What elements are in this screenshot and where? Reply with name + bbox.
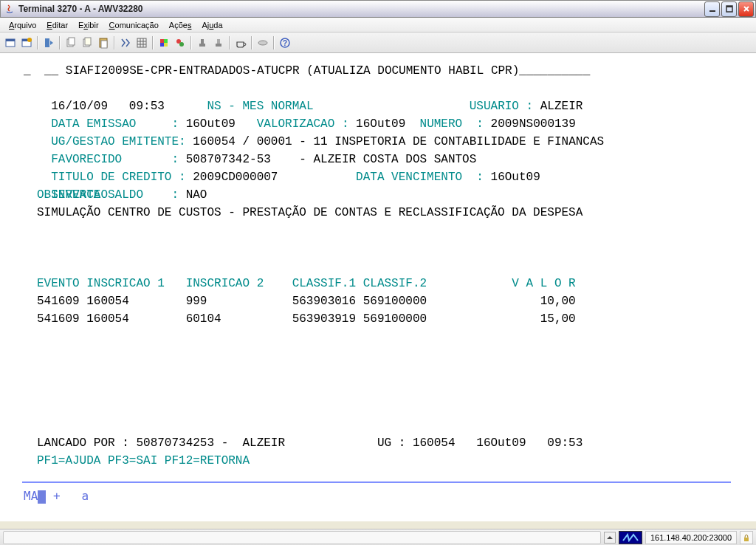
svg-rect-29 bbox=[217, 39, 220, 44]
svg-rect-23 bbox=[164, 43, 168, 47]
svg-rect-27 bbox=[201, 39, 204, 44]
svg-rect-21 bbox=[164, 39, 168, 43]
paste-icon[interactable] bbox=[96, 35, 111, 50]
svg-text:?: ? bbox=[283, 39, 287, 47]
java-icon bbox=[4, 3, 16, 15]
toolbar-btn-7[interactable] bbox=[118, 35, 133, 50]
svg-rect-0 bbox=[709, 10, 715, 12]
close-button[interactable] bbox=[738, 1, 754, 17]
menu-exibir[interactable]: Exibir bbox=[74, 19, 103, 31]
divider-line bbox=[22, 481, 731, 483]
copy-icon[interactable] bbox=[63, 35, 78, 50]
color1-icon[interactable] bbox=[157, 35, 171, 50]
svg-point-7 bbox=[27, 38, 32, 42]
svg-rect-28 bbox=[216, 44, 221, 47]
status-spacer bbox=[3, 531, 601, 544]
observacao-value: SIMULAÇÃO CENTRO DE CUSTOS - PRESTAÇÃO D… bbox=[37, 204, 749, 222]
menu-ajuda[interactable]: Ajuda bbox=[197, 19, 227, 31]
connection-address: 161.148.40.200:23000 bbox=[645, 531, 737, 544]
lancado-line: LANCADO POR : 50870734253 - ALZEIR UG : … bbox=[37, 434, 749, 452]
copy2-icon[interactable] bbox=[80, 35, 94, 50]
status-arrow-icon[interactable] bbox=[604, 532, 616, 544]
svg-point-30 bbox=[258, 41, 267, 45]
table-header: EVENTO INSCRICAO 1 INSCRICAO 2 CLASSIF.1… bbox=[37, 275, 749, 292]
svg-rect-26 bbox=[199, 44, 205, 47]
menu-acoes[interactable]: Ações bbox=[165, 19, 196, 31]
color2-icon[interactable] bbox=[173, 35, 188, 50]
maximize-button[interactable] bbox=[721, 1, 737, 17]
menu-arquivo[interactable]: Arquivo bbox=[4, 19, 41, 31]
title-bar: Terminal 3270 - A - AWV32280 bbox=[0, 0, 756, 18]
observacao-label: OBSERVACAO bbox=[37, 186, 749, 204]
menu-bar: Arquivo Editar Exibir Comunicação Ações … bbox=[0, 18, 756, 32]
svg-rect-12 bbox=[85, 38, 91, 45]
connection-icon bbox=[619, 531, 642, 544]
svg-rect-33 bbox=[744, 538, 749, 541]
pf-keys: PF1=AJUDA PF3=SAI PF12=RETORNA bbox=[37, 452, 749, 470]
send-icon[interactable] bbox=[255, 35, 270, 50]
toolbar-btn-1[interactable] bbox=[3, 35, 18, 50]
svg-rect-2 bbox=[726, 6, 732, 7]
svg-rect-14 bbox=[101, 41, 107, 48]
table-row: 541609 160054 60104 563903919 569100000 … bbox=[37, 310, 749, 328]
stamp1-icon[interactable] bbox=[195, 35, 210, 50]
terminal-status-line: MA + a bbox=[24, 487, 89, 505]
toolbar-btn-3[interactable] bbox=[41, 35, 56, 50]
cursor-block bbox=[38, 490, 46, 504]
stamp2-icon[interactable] bbox=[211, 35, 226, 50]
svg-rect-8 bbox=[45, 38, 49, 47]
minimize-button[interactable] bbox=[704, 1, 720, 17]
status-bar: 161.148.40.200:23000 bbox=[0, 529, 756, 545]
toolbar: ? bbox=[0, 32, 756, 53]
terminal-screen[interactable]: _ __ SIAFI2009SE-CPR-ENTRADADOS-ATUCPR (… bbox=[0, 53, 756, 521]
coffee-icon[interactable] bbox=[233, 35, 248, 50]
toolbar-btn-2[interactable] bbox=[19, 35, 34, 50]
window-title: Terminal 3270 - A - AWV32280 bbox=[18, 4, 704, 14]
menu-editar[interactable]: Editar bbox=[42, 19, 72, 31]
svg-rect-4 bbox=[6, 39, 15, 41]
svg-rect-10 bbox=[69, 38, 75, 45]
help-icon[interactable]: ? bbox=[278, 35, 292, 50]
svg-rect-20 bbox=[160, 39, 164, 43]
svg-rect-22 bbox=[160, 43, 164, 47]
grid-icon[interactable] bbox=[134, 35, 149, 50]
lock-icon bbox=[740, 531, 753, 544]
breadcrumb: __ SIAFI2009SE-CPR-ENTRADADOS-ATUCPR (AT… bbox=[44, 62, 749, 80]
table-row: 541609 160054 999 563903016 569100000 10… bbox=[37, 292, 749, 310]
svg-point-25 bbox=[179, 42, 184, 47]
menu-comunicacao[interactable]: Comunicação bbox=[105, 19, 163, 31]
svg-rect-15 bbox=[137, 38, 146, 47]
